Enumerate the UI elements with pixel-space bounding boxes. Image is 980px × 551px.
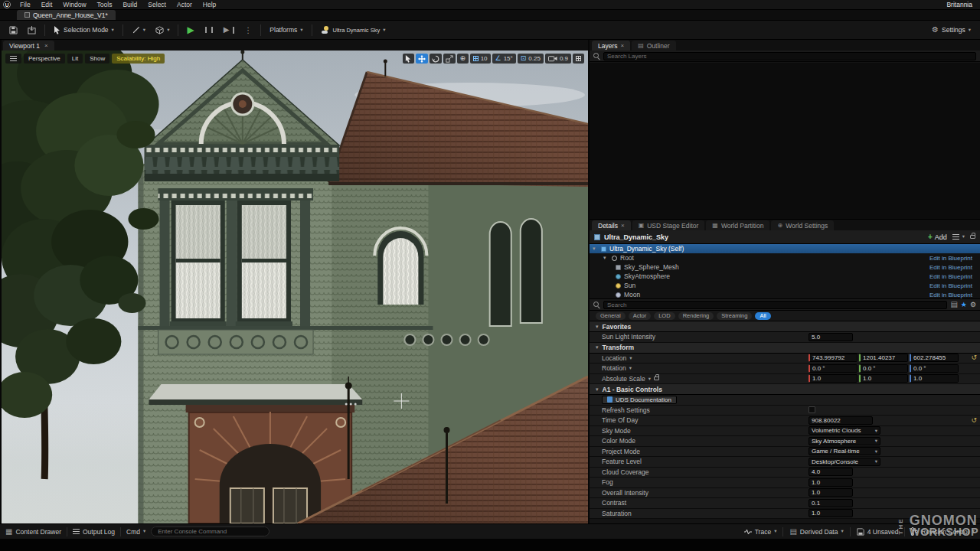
trace-dropdown[interactable]: Trace▾ bbox=[744, 528, 777, 536]
layers-list-empty[interactable] bbox=[590, 63, 980, 219]
ultra-dynamic-sky-dropdown[interactable]: Ultra Dynamic Sky▾ bbox=[317, 23, 390, 37]
menu-select[interactable]: Select bbox=[142, 0, 172, 9]
output-log-button[interactable]: Output Log bbox=[73, 528, 115, 536]
rotation-z-input[interactable]: 0.0 ° bbox=[910, 364, 959, 373]
tab-details[interactable]: Details× bbox=[592, 220, 631, 230]
tree-row-sun[interactable]: Sun Edit in Blueprint bbox=[590, 281, 980, 290]
save-button[interactable] bbox=[5, 23, 21, 37]
settings-dropdown[interactable]: ⚙Settings▾ bbox=[928, 23, 975, 37]
edit-in-blueprint-link[interactable]: Edit in Blueprint bbox=[929, 273, 977, 280]
camera-speed-control[interactable]: 0.9 bbox=[545, 54, 571, 64]
show-dropdown[interactable]: Show bbox=[85, 54, 109, 64]
edit-in-blueprint-link[interactable]: Edit in Blueprint bbox=[929, 282, 977, 289]
chevron-down-icon[interactable]: ▾ bbox=[629, 356, 632, 361]
chevron-down-icon[interactable]: ▾ bbox=[629, 366, 632, 371]
console-command-input[interactable] bbox=[151, 527, 270, 536]
scalability-badge[interactable]: Scalability: High bbox=[112, 54, 165, 64]
filter-lod[interactable]: LOD bbox=[654, 312, 675, 320]
uds-documentation-button[interactable]: UDS Documentation bbox=[602, 396, 677, 404]
skip-button[interactable]: ▶ bbox=[220, 23, 239, 37]
level-tab[interactable]: Queen_Anne_House_V1* bbox=[17, 10, 116, 20]
rotation-x-input[interactable]: 0.0 ° bbox=[808, 364, 858, 373]
chevron-down-icon[interactable]: ▾ bbox=[648, 377, 651, 382]
tree-row-root[interactable]: ▾ Root Edit in Blueprint bbox=[590, 253, 980, 262]
rotation-y-input[interactable]: 0.0 ° bbox=[859, 364, 908, 373]
filter-general[interactable]: General bbox=[596, 312, 626, 320]
house-actor[interactable] bbox=[138, 51, 588, 523]
edit-in-blueprint-link[interactable]: Edit in Blueprint bbox=[929, 264, 977, 271]
favorites-star-icon[interactable]: ★ bbox=[961, 301, 967, 308]
project-mode-dropdown[interactable]: Game / Real-time▾ bbox=[808, 447, 880, 455]
reset-to-default-icon[interactable]: ↺ bbox=[971, 417, 977, 424]
filter-rendering[interactable]: Rendering bbox=[678, 312, 714, 320]
menu-edit[interactable]: Edit bbox=[36, 0, 58, 9]
lock-icon[interactable] bbox=[970, 235, 975, 239]
saturation-input[interactable]: 1.0 bbox=[808, 509, 853, 517]
add-component-button[interactable]: +Add bbox=[928, 233, 947, 241]
close-icon[interactable]: × bbox=[44, 42, 48, 49]
fog-input[interactable]: 1.0 bbox=[808, 478, 853, 487]
platforms-dropdown[interactable]: Platforms▾ bbox=[266, 23, 306, 37]
pause-button[interactable] bbox=[201, 23, 217, 37]
tree-row-moon[interactable]: Moon Edit in Blueprint bbox=[590, 290, 980, 299]
select-tool-button[interactable] bbox=[403, 54, 414, 64]
tree-row-self[interactable]: ▾ Ultra_Dynamic_Sky (Self) bbox=[590, 244, 980, 253]
filter-streaming[interactable]: Streaming bbox=[717, 312, 752, 320]
menu-actor[interactable]: Actor bbox=[172, 0, 198, 9]
location-y-input[interactable]: 1201.40237 bbox=[859, 354, 908, 362]
edit-in-blueprint-link[interactable]: Edit in Blueprint bbox=[929, 292, 977, 298]
selection-mode-dropdown[interactable]: Selection Mode ▾ bbox=[50, 23, 118, 37]
play-button[interactable]: ▶ bbox=[183, 23, 198, 37]
close-icon[interactable]: × bbox=[621, 42, 625, 49]
perspective-dropdown[interactable]: Perspective bbox=[24, 54, 65, 64]
sun-light-intensity-input[interactable]: 5.0 bbox=[808, 333, 853, 341]
cloud-coverage-input[interactable]: 4.0 bbox=[808, 468, 853, 476]
viewport-tab[interactable]: Viewport 1 × bbox=[3, 41, 54, 51]
location-x-input[interactable]: 743.999792 bbox=[808, 354, 858, 362]
tree-row-sky-sphere-mesh[interactable]: Sky_Sphere_Mesh Edit in Blueprint bbox=[590, 262, 980, 272]
feature-level-dropdown[interactable]: Desktop/Console▾ bbox=[808, 458, 880, 466]
tree-row-sky-atmosphere[interactable]: SkyAtmosphere Edit in Blueprint bbox=[590, 272, 980, 281]
contrast-input[interactable]: 0.1 bbox=[808, 499, 853, 507]
color-mode-dropdown[interactable]: Sky Atmosphere▾ bbox=[808, 437, 880, 445]
tool-dropdown-1[interactable]: ▾ bbox=[128, 23, 149, 37]
scale-x-input[interactable]: 1.0 bbox=[808, 374, 858, 383]
world-space-toggle[interactable]: ⊕ bbox=[457, 54, 469, 64]
details-view-options-button[interactable]: ▾ bbox=[951, 230, 966, 244]
content-drawer-button[interactable]: ▦Content Drawer bbox=[5, 528, 61, 536]
overall-intensity-input[interactable]: 1.0 bbox=[808, 488, 853, 497]
derived-data-dropdown[interactable]: ▤Derived Data▾ bbox=[789, 528, 843, 536]
menu-window[interactable]: Window bbox=[57, 0, 91, 9]
section-basic-controls[interactable]: ▾A1 - Basic Controls bbox=[590, 384, 980, 395]
menu-file[interactable]: File bbox=[15, 0, 36, 9]
location-z-input[interactable]: 602.278455 bbox=[910, 354, 959, 362]
layers-search-input[interactable] bbox=[603, 52, 976, 60]
time-of-day-input[interactable]: 908.80022 bbox=[808, 416, 873, 425]
scale-snap-control[interactable]: ⊡0.25 bbox=[518, 54, 544, 64]
tab-world-partition[interactable]: ▦World Partition bbox=[706, 220, 769, 230]
gear-icon[interactable]: ⚙ bbox=[970, 302, 976, 308]
section-transform[interactable]: ▾Transform bbox=[590, 343, 980, 354]
refresh-settings-checkbox[interactable] bbox=[808, 406, 815, 413]
display-options-icon[interactable]: ▤ bbox=[950, 301, 957, 308]
grid-snap-control[interactable]: 10 bbox=[470, 54, 491, 64]
menu-build[interactable]: Build bbox=[117, 0, 142, 9]
rotate-tool-button[interactable] bbox=[430, 54, 442, 64]
move-tool-button[interactable] bbox=[416, 54, 428, 64]
details-search-input[interactable] bbox=[603, 301, 947, 309]
tab-layers[interactable]: Layers× bbox=[592, 41, 630, 51]
content-import-button[interactable] bbox=[24, 23, 40, 37]
edit-in-blueprint-link[interactable]: Edit in Blueprint bbox=[929, 255, 977, 262]
scale-tool-button[interactable] bbox=[443, 54, 456, 64]
maximize-viewport-button[interactable] bbox=[573, 54, 584, 64]
reset-to-default-icon[interactable]: ↺ bbox=[971, 354, 977, 361]
tab-outliner[interactable]: ▤Outliner bbox=[632, 41, 675, 51]
play-options-button[interactable]: ⋮ bbox=[240, 23, 256, 37]
scale-z-input[interactable]: 1.0 bbox=[910, 374, 959, 383]
tab-world-settings[interactable]: ⊕World Settings bbox=[771, 220, 834, 230]
scale-lock-icon[interactable] bbox=[654, 377, 659, 380]
viewport-canvas[interactable]: Perspective Lit Show Scalability: High ⊕… bbox=[2, 51, 588, 523]
viewport-options-button[interactable] bbox=[5, 54, 21, 64]
menu-tools[interactable]: Tools bbox=[92, 0, 118, 9]
view-mode-dropdown[interactable]: Lit bbox=[67, 54, 83, 64]
